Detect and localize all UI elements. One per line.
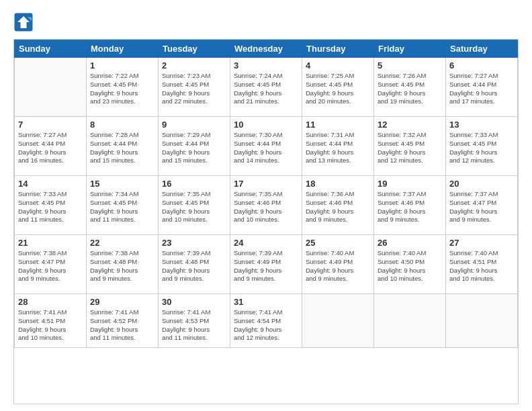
day-number: 2 xyxy=(162,60,226,71)
cal-cell: 9Sunrise: 7:29 AMSunset: 4:44 PMDaylight… xyxy=(159,117,230,176)
cal-cell xyxy=(374,294,446,348)
day-number: 6 xyxy=(449,60,514,71)
day-info: Sunrise: 7:36 AMSunset: 4:46 PMDaylight:… xyxy=(306,190,370,224)
day-info: Sunrise: 7:41 AMSunset: 4:51 PMDaylight:… xyxy=(18,308,83,342)
day-number: 13 xyxy=(449,120,514,130)
day-header-saturday: Saturday xyxy=(446,40,518,58)
day-number: 15 xyxy=(90,179,154,189)
cal-cell: 31Sunrise: 7:41 AMSunset: 4:54 PMDayligh… xyxy=(230,294,302,348)
day-header-monday: Monday xyxy=(87,40,159,58)
cal-cell: 3Sunrise: 7:24 AMSunset: 4:45 PMDaylight… xyxy=(230,58,302,117)
cal-cell: 24Sunrise: 7:39 AMSunset: 4:49 PMDayligh… xyxy=(230,235,302,294)
day-info: Sunrise: 7:27 AMSunset: 4:44 PMDaylight:… xyxy=(18,131,83,165)
cal-cell: 30Sunrise: 7:41 AMSunset: 4:53 PMDayligh… xyxy=(159,294,230,348)
day-info: Sunrise: 7:29 AMSunset: 4:44 PMDaylight:… xyxy=(162,131,226,165)
day-info: Sunrise: 7:33 AMSunset: 4:45 PMDaylight:… xyxy=(18,190,83,224)
day-info: Sunrise: 7:40 AMSunset: 4:49 PMDaylight:… xyxy=(306,249,370,283)
cal-cell: 29Sunrise: 7:41 AMSunset: 4:52 PMDayligh… xyxy=(87,294,159,348)
day-number: 20 xyxy=(449,179,514,189)
day-info: Sunrise: 7:25 AMSunset: 4:45 PMDaylight:… xyxy=(306,72,370,106)
day-info: Sunrise: 7:28 AMSunset: 4:44 PMDaylight:… xyxy=(90,131,154,165)
day-number: 10 xyxy=(234,120,298,130)
day-number: 23 xyxy=(162,238,226,248)
cal-cell: 28Sunrise: 7:41 AMSunset: 4:51 PMDayligh… xyxy=(15,294,87,348)
day-info: Sunrise: 7:38 AMSunset: 4:48 PMDaylight:… xyxy=(90,249,154,283)
cal-cell: 5Sunrise: 7:26 AMSunset: 4:45 PMDaylight… xyxy=(374,58,446,117)
day-info: Sunrise: 7:34 AMSunset: 4:45 PMDaylight:… xyxy=(90,190,154,224)
day-info: Sunrise: 7:40 AMSunset: 4:50 PMDaylight:… xyxy=(378,249,442,283)
day-number: 29 xyxy=(90,297,154,307)
day-header-wednesday: Wednesday xyxy=(230,40,302,58)
cal-cell: 21Sunrise: 7:38 AMSunset: 4:47 PMDayligh… xyxy=(15,235,87,294)
day-info: Sunrise: 7:37 AMSunset: 4:46 PMDaylight:… xyxy=(378,190,442,224)
cal-cell: 13Sunrise: 7:33 AMSunset: 4:45 PMDayligh… xyxy=(446,117,518,176)
day-info: Sunrise: 7:33 AMSunset: 4:45 PMDaylight:… xyxy=(449,131,514,165)
day-info: Sunrise: 7:39 AMSunset: 4:48 PMDaylight:… xyxy=(162,249,226,283)
day-number: 26 xyxy=(378,238,442,248)
day-number: 3 xyxy=(234,60,298,71)
day-number: 24 xyxy=(234,238,298,248)
day-number: 27 xyxy=(449,238,514,248)
cal-cell: 17Sunrise: 7:35 AMSunset: 4:46 PMDayligh… xyxy=(230,176,302,235)
cal-cell: 27Sunrise: 7:40 AMSunset: 4:51 PMDayligh… xyxy=(446,235,518,294)
day-info: Sunrise: 7:41 AMSunset: 4:53 PMDaylight:… xyxy=(162,308,226,342)
cal-cell: 7Sunrise: 7:27 AMSunset: 4:44 PMDaylight… xyxy=(15,117,87,176)
day-number: 30 xyxy=(162,297,226,307)
day-info: Sunrise: 7:26 AMSunset: 4:45 PMDaylight:… xyxy=(378,72,442,106)
day-number: 11 xyxy=(306,120,370,130)
day-number: 7 xyxy=(18,120,83,130)
cal-cell: 25Sunrise: 7:40 AMSunset: 4:49 PMDayligh… xyxy=(302,235,374,294)
day-number: 1 xyxy=(90,60,154,71)
day-info: Sunrise: 7:27 AMSunset: 4:44 PMDaylight:… xyxy=(449,72,514,106)
day-number: 4 xyxy=(306,60,370,71)
cal-cell: 14Sunrise: 7:33 AMSunset: 4:45 PMDayligh… xyxy=(15,176,87,235)
day-info: Sunrise: 7:24 AMSunset: 4:45 PMDaylight:… xyxy=(234,72,298,106)
day-info: Sunrise: 7:37 AMSunset: 4:47 PMDaylight:… xyxy=(449,190,514,224)
day-number: 12 xyxy=(378,120,442,130)
logo-icon xyxy=(13,12,34,32)
day-number: 16 xyxy=(162,179,226,189)
day-number: 31 xyxy=(234,297,298,307)
day-info: Sunrise: 7:38 AMSunset: 4:47 PMDaylight:… xyxy=(18,249,83,283)
cal-cell: 2Sunrise: 7:23 AMSunset: 4:45 PMDaylight… xyxy=(159,58,230,117)
cal-cell: 11Sunrise: 7:31 AMSunset: 4:44 PMDayligh… xyxy=(302,117,374,176)
day-info: Sunrise: 7:31 AMSunset: 4:44 PMDaylight:… xyxy=(306,131,370,165)
cal-cell: 10Sunrise: 7:30 AMSunset: 4:44 PMDayligh… xyxy=(230,117,302,176)
day-number: 17 xyxy=(234,179,298,189)
cal-cell: 8Sunrise: 7:28 AMSunset: 4:44 PMDaylight… xyxy=(87,117,159,176)
day-number: 19 xyxy=(378,179,442,189)
day-info: Sunrise: 7:40 AMSunset: 4:51 PMDaylight:… xyxy=(449,249,514,283)
day-header-sunday: Sunday xyxy=(15,40,87,58)
day-header-tuesday: Tuesday xyxy=(159,40,230,58)
day-number: 5 xyxy=(378,60,442,71)
cal-cell xyxy=(446,294,518,348)
calendar: SundayMondayTuesdayWednesdayThursdayFrid… xyxy=(13,39,519,404)
day-number: 9 xyxy=(162,120,226,130)
cal-cell: 22Sunrise: 7:38 AMSunset: 4:48 PMDayligh… xyxy=(87,235,159,294)
day-info: Sunrise: 7:32 AMSunset: 4:45 PMDaylight:… xyxy=(378,131,442,165)
day-info: Sunrise: 7:41 AMSunset: 4:54 PMDaylight:… xyxy=(234,308,298,342)
day-number: 14 xyxy=(18,179,83,189)
day-number: 22 xyxy=(90,238,154,248)
page: SundayMondayTuesdayWednesdayThursdayFrid… xyxy=(0,0,532,411)
day-info: Sunrise: 7:39 AMSunset: 4:49 PMDaylight:… xyxy=(234,249,298,283)
day-info: Sunrise: 7:35 AMSunset: 4:45 PMDaylight:… xyxy=(162,190,226,224)
day-header-thursday: Thursday xyxy=(302,40,374,58)
cal-cell: 20Sunrise: 7:37 AMSunset: 4:47 PMDayligh… xyxy=(446,176,518,235)
day-header-friday: Friday xyxy=(374,40,446,58)
logo xyxy=(13,12,36,32)
day-info: Sunrise: 7:35 AMSunset: 4:46 PMDaylight:… xyxy=(234,190,298,224)
day-info: Sunrise: 7:41 AMSunset: 4:52 PMDaylight:… xyxy=(90,308,154,342)
cal-cell: 23Sunrise: 7:39 AMSunset: 4:48 PMDayligh… xyxy=(159,235,230,294)
cal-cell xyxy=(15,58,87,117)
cal-cell: 19Sunrise: 7:37 AMSunset: 4:46 PMDayligh… xyxy=(374,176,446,235)
day-number: 8 xyxy=(90,120,154,130)
cal-cell: 12Sunrise: 7:32 AMSunset: 4:45 PMDayligh… xyxy=(374,117,446,176)
day-number: 18 xyxy=(306,179,370,189)
day-number: 28 xyxy=(18,297,83,307)
header xyxy=(13,12,519,32)
cal-cell: 4Sunrise: 7:25 AMSunset: 4:45 PMDaylight… xyxy=(302,58,374,117)
cal-cell xyxy=(302,294,374,348)
cal-cell: 1Sunrise: 7:22 AMSunset: 4:45 PMDaylight… xyxy=(87,58,159,117)
day-info: Sunrise: 7:22 AMSunset: 4:45 PMDaylight:… xyxy=(90,72,154,106)
